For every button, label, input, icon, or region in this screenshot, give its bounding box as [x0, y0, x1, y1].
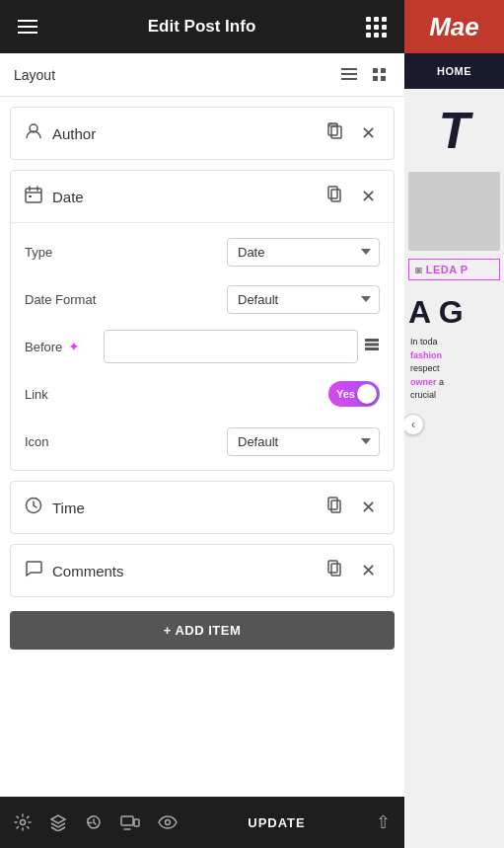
panel-collapse-button[interactable]: ‹ [404, 414, 424, 435]
comments-label: Comments [52, 563, 124, 579]
comments-copy-button[interactable] [324, 558, 347, 583]
article-heading: A G [404, 288, 504, 332]
clock-icon [25, 497, 42, 518]
grid-view-button[interactable] [369, 64, 391, 86]
apps-grid-button[interactable] [362, 13, 391, 41]
responsive-button[interactable] [120, 813, 140, 831]
right-panel: ‹ Mae HOME T ◙ LEDA P A G In todafashion… [404, 0, 504, 848]
link-toggle-container: Yes [328, 381, 380, 407]
svg-rect-2 [341, 78, 357, 80]
list-view-button[interactable] [337, 64, 361, 86]
date-close-button[interactable]: ✕ [357, 184, 380, 209]
before-input-group [104, 330, 380, 363]
right-panel-leda-badge: ◙ LEDA P [408, 259, 500, 280]
date-section-actions: ✕ [324, 184, 380, 209]
time-label: Time [52, 500, 85, 516]
date-section-body: Type Date Date Format Default [11, 222, 394, 470]
right-panel-logo2: T [404, 89, 504, 164]
before-row: Before ✦ [25, 330, 380, 363]
author-section-actions: ✕ [324, 120, 380, 146]
before-text: Before [25, 340, 62, 354]
calendar-icon [25, 186, 42, 207]
type-row: Type Date [25, 235, 380, 269]
date-copy-button[interactable] [324, 184, 347, 209]
author-close-button[interactable]: ✕ [357, 120, 380, 146]
list-icon [341, 68, 357, 82]
type-label: Type [25, 245, 104, 260]
comment-icon [25, 560, 42, 581]
settings-button[interactable] [14, 813, 32, 831]
layout-icons [337, 64, 391, 86]
time-section-actions: ✕ [324, 495, 380, 520]
update-button[interactable]: UPDATE [248, 815, 305, 830]
author-copy-button[interactable] [324, 120, 347, 146]
page-title: Edit Post Info [148, 17, 256, 37]
time-copy-button[interactable] [324, 495, 347, 520]
before-label-group: Before ✦ [25, 339, 104, 354]
date-section-header: Date ✕ [11, 171, 394, 222]
svg-rect-12 [328, 187, 337, 198]
toggle-knob [357, 384, 377, 404]
date-format-select[interactable]: Default [227, 285, 380, 314]
before-stack-icon-button[interactable] [364, 337, 380, 356]
svg-rect-23 [121, 816, 133, 825]
time-section: Time ✕ [10, 481, 395, 534]
comments-close-button[interactable]: ✕ [357, 558, 380, 583]
collapse-button[interactable]: ⇧ [376, 811, 391, 833]
author-label: Author [52, 125, 96, 142]
date-format-label: Date Format [25, 292, 104, 307]
svg-rect-16 [365, 347, 379, 350]
layout-bar: Layout [0, 53, 404, 97]
hamburger-icon [18, 20, 37, 34]
comments-section-actions: ✕ [324, 558, 380, 583]
svg-rect-1 [341, 73, 357, 75]
svg-point-25 [166, 820, 171, 825]
svg-rect-19 [331, 501, 340, 512]
date-section-title-group: Date [25, 186, 84, 207]
site-logo-text: Mae [429, 12, 479, 42]
time-section-header: Time ✕ [11, 482, 394, 533]
date-format-row: Date Format Default [25, 282, 380, 316]
layers-button[interactable] [49, 813, 67, 831]
svg-rect-3 [373, 68, 378, 73]
link-row: Link Yes [25, 377, 380, 411]
person-icon [25, 122, 42, 144]
svg-point-22 [21, 820, 26, 825]
author-section: Author ✕ [10, 107, 395, 160]
right-panel-header: Mae [404, 0, 504, 53]
preview-button[interactable] [158, 815, 178, 829]
leda-text: LEDA P [426, 264, 468, 275]
history-button[interactable] [85, 813, 103, 831]
before-input[interactable] [104, 330, 358, 363]
svg-rect-20 [328, 561, 337, 573]
time-close-button[interactable]: ✕ [357, 495, 380, 520]
right-panel-image-placeholder [408, 172, 500, 251]
comments-section-header: Comments ✕ [11, 545, 394, 596]
time-section-title-group: Time [25, 497, 85, 518]
hamburger-menu-button[interactable] [14, 16, 41, 38]
header: Edit Post Info [0, 0, 404, 53]
leda-user-icon: ◙ [415, 264, 422, 275]
grid-icon [366, 17, 387, 38]
svg-rect-11 [29, 195, 32, 197]
link-toggle[interactable]: Yes [328, 381, 380, 407]
type-select[interactable]: Date [227, 238, 380, 267]
layout-label: Layout [14, 67, 55, 83]
icon-row: Icon Default [25, 424, 380, 458]
svg-rect-24 [134, 819, 139, 826]
dots-grid-icon [373, 68, 387, 82]
svg-rect-6 [381, 76, 386, 81]
add-item-button[interactable]: + ADD ITEM [10, 611, 395, 650]
svg-rect-21 [331, 564, 340, 576]
scroll-content: Author ✕ [0, 97, 404, 797]
svg-rect-0 [341, 68, 357, 70]
link-label: Link [25, 387, 104, 402]
nav-home-item[interactable]: HOME [437, 65, 471, 77]
right-panel-nav: HOME [404, 53, 504, 89]
svg-rect-15 [365, 344, 379, 347]
toggle-yes-label: Yes [331, 388, 355, 400]
icon-select[interactable]: Default [227, 427, 380, 456]
date-section: Date ✕ Type Date [10, 170, 395, 471]
comments-section-title-group: Comments [25, 560, 124, 581]
svg-rect-4 [381, 68, 386, 73]
